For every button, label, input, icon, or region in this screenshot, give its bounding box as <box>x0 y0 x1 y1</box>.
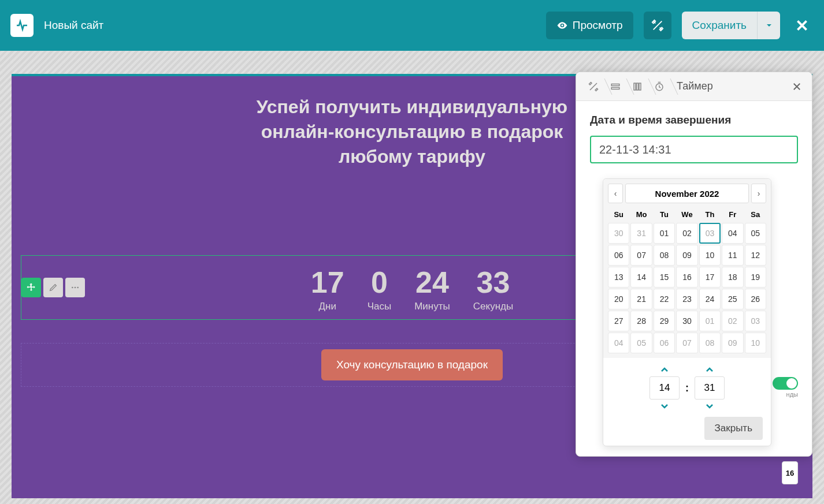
datetime-input[interactable] <box>590 136 798 163</box>
move-icon <box>26 282 36 293</box>
panel-close-button[interactable] <box>789 79 805 95</box>
svg-point-2 <box>75 287 76 289</box>
seconds-toggle[interactable] <box>773 377 798 390</box>
site-title[interactable]: Новый сайт <box>44 19 103 32</box>
ruler-pencil-icon <box>651 19 664 32</box>
cal-day[interactable]: 05 <box>745 223 766 244</box>
cal-day[interactable]: 06 <box>654 333 675 353</box>
caret-down-icon <box>766 22 773 29</box>
days-value: 17 <box>311 265 344 300</box>
cal-dow: Sa <box>745 207 766 222</box>
move-handle[interactable] <box>21 278 41 297</box>
cal-day[interactable]: 28 <box>630 311 652 331</box>
seconds-toggle-label: нды <box>786 391 798 398</box>
cal-day[interactable]: 05 <box>630 333 652 353</box>
cal-day[interactable]: 09 <box>676 245 697 266</box>
cal-day[interactable]: 12 <box>745 245 766 266</box>
crumb-timer-label: Таймер <box>671 80 719 92</box>
cal-dow: Mo <box>630 207 652 222</box>
datetime-picker-popup: ‹ November 2022 › SuMoTuWeThFrSa30310102… <box>603 178 771 446</box>
cal-day[interactable]: 30 <box>608 223 629 244</box>
cal-day[interactable]: 31 <box>630 223 652 244</box>
cal-dow: Tu <box>654 207 675 222</box>
hour-value[interactable]: 14 <box>649 376 680 400</box>
font-size-peek[interactable]: 16 <box>782 461 798 484</box>
cal-day[interactable]: 02 <box>722 311 743 331</box>
minute-down-button[interactable] <box>706 402 714 411</box>
close-icon <box>792 81 802 92</box>
cal-day[interactable]: 04 <box>608 333 629 353</box>
cal-day[interactable]: 03 <box>745 311 766 331</box>
cal-day[interactable]: 18 <box>722 267 743 288</box>
save-dropdown-button[interactable] <box>757 12 780 39</box>
pencil-icon <box>49 283 58 292</box>
cal-day[interactable]: 09 <box>722 333 743 353</box>
cal-day[interactable]: 29 <box>654 311 675 331</box>
minute-value[interactable]: 31 <box>695 376 725 400</box>
close-editor-button[interactable] <box>790 12 814 39</box>
seconds-value: 33 <box>473 265 513 300</box>
svg-point-3 <box>77 287 79 289</box>
cal-day[interactable]: 04 <box>722 223 743 244</box>
cal-day[interactable]: 13 <box>608 267 629 288</box>
cal-day[interactable]: 14 <box>630 267 652 288</box>
close-icon <box>795 18 810 33</box>
cal-day[interactable]: 10 <box>699 245 721 266</box>
app-logo <box>10 14 34 37</box>
cal-day[interactable]: 22 <box>654 289 675 309</box>
design-tools-button[interactable] <box>644 12 671 39</box>
settings-panel: Таймер Дата и время завершения нды 16 ‹ … <box>576 72 812 457</box>
more-element-button[interactable] <box>65 278 85 297</box>
cal-day[interactable]: 24 <box>699 289 721 309</box>
panel-breadcrumb: Таймер <box>576 72 812 101</box>
cal-day[interactable]: 03 <box>699 223 721 244</box>
cal-month-title[interactable]: November 2022 <box>625 184 749 203</box>
cta-button[interactable]: Хочу консультацию в подарок <box>321 349 503 380</box>
cal-day[interactable]: 08 <box>654 245 675 266</box>
cal-day[interactable]: 20 <box>608 289 629 309</box>
cal-day[interactable]: 07 <box>630 245 652 266</box>
edit-element-button[interactable] <box>43 278 63 297</box>
dots-icon <box>70 283 80 292</box>
cal-day[interactable]: 06 <box>608 245 629 266</box>
cal-day[interactable]: 11 <box>722 245 743 266</box>
preview-button[interactable]: Просмотр <box>546 12 633 39</box>
cal-day[interactable]: 02 <box>676 223 697 244</box>
cal-dow: Th <box>699 207 721 222</box>
cal-day[interactable]: 16 <box>676 267 697 288</box>
hour-down-button[interactable] <box>660 402 669 411</box>
crumb-column-icon[interactable] <box>627 76 648 97</box>
cal-dow: We <box>676 207 697 222</box>
cal-day[interactable]: 26 <box>745 289 766 309</box>
svg-rect-7 <box>637 83 639 90</box>
crumb-section-icon[interactable] <box>605 76 626 97</box>
minute-up-button[interactable] <box>706 365 714 374</box>
cal-day[interactable]: 19 <box>745 267 766 288</box>
cal-day[interactable]: 07 <box>676 333 697 353</box>
top-toolbar: Новый сайт Просмотр Сохранить <box>0 0 824 51</box>
cal-day[interactable]: 30 <box>676 311 697 331</box>
cal-day[interactable]: 23 <box>676 289 697 309</box>
cal-day[interactable]: 25 <box>722 289 743 309</box>
cal-day[interactable]: 01 <box>654 223 675 244</box>
cal-day[interactable]: 15 <box>654 267 675 288</box>
cal-next-button[interactable]: › <box>751 184 766 203</box>
save-button[interactable]: Сохранить <box>682 12 757 39</box>
svg-point-0 <box>561 24 563 26</box>
crumb-timer-icon[interactable] <box>649 76 670 97</box>
crumb-design-icon[interactable] <box>583 76 604 97</box>
cal-day[interactable]: 27 <box>608 311 629 331</box>
hours-value: 0 <box>368 265 392 300</box>
cal-day[interactable]: 08 <box>699 333 721 353</box>
cal-prev-button[interactable]: ‹ <box>608 184 623 203</box>
eye-icon <box>556 20 568 31</box>
svg-rect-5 <box>611 87 619 89</box>
cal-day[interactable]: 17 <box>699 267 721 288</box>
cal-day[interactable]: 21 <box>630 289 652 309</box>
hour-up-button[interactable] <box>660 365 669 374</box>
cal-day[interactable]: 01 <box>699 311 721 331</box>
cal-day[interactable]: 10 <box>745 333 766 353</box>
minutes-value: 24 <box>414 265 450 300</box>
picker-close-button[interactable]: Закрыть <box>704 417 763 440</box>
svg-rect-8 <box>639 83 641 90</box>
